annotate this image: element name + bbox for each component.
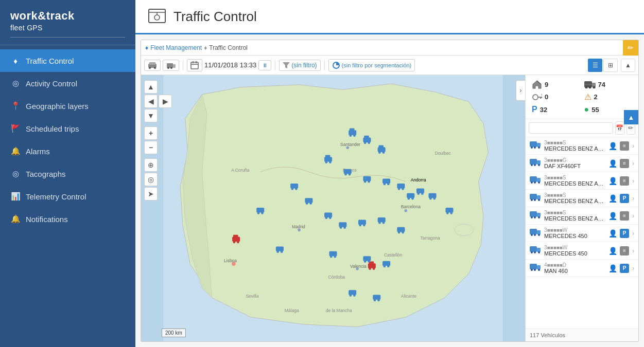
svg-rect-144: [530, 141, 537, 147]
stat-key: ✕ 0: [530, 90, 582, 103]
list-view-btn[interactable]: ☰: [588, 59, 602, 72]
svg-rect-88: [305, 198, 312, 203]
sidebar-item-activity-control[interactable]: ◎ Activity Control: [0, 72, 135, 95]
segment-label: (sin filtro por segmentación): [342, 62, 412, 68]
nav-down-btn[interactable]: ▼: [144, 109, 158, 122]
vehicle-expand-arrow[interactable]: ›: [632, 212, 634, 220]
location-btn[interactable]: ◎: [144, 173, 158, 186]
svg-point-90: [309, 202, 312, 205]
collapse-panel-btn[interactable]: ▲: [621, 59, 635, 72]
vehicle-expand-arrow[interactable]: ›: [632, 247, 634, 254]
vehicle-info: 3■■■■■SMERCEDES BENZ ACTROS: [544, 175, 605, 187]
vehicle-expand-arrow[interactable]: ›: [632, 265, 634, 272]
target-btn[interactable]: ⊕: [144, 158, 158, 172]
pause-btn[interactable]: ⏸: [258, 60, 271, 70]
toolbar-vehicle-btn[interactable]: [144, 60, 161, 71]
vehicle-id: 3■■■■■S: [544, 210, 605, 215]
vehicle-list-item[interactable]: 3■■■■■WMERCEDES 450👤P›: [526, 225, 638, 242]
nav-left-btn[interactable]: ◀: [144, 95, 158, 108]
search-calendar-btn[interactable]: 📅: [615, 121, 624, 135]
panel-toggle-button[interactable]: ›: [516, 80, 525, 101]
driver-icon: 👤: [608, 212, 617, 220]
svg-text:Alicante: Alicante: [401, 294, 416, 299]
vehicle-search-toolbar: 📅 ✏: [526, 119, 638, 137]
sidebar-item-geographic-layers[interactable]: 📍 Geographic layers: [0, 95, 135, 117]
vehicle-expand-arrow[interactable]: ›: [632, 230, 634, 237]
nav-up-btn[interactable]: ▲: [144, 80, 158, 94]
filter-btn[interactable]: (sin filtro): [279, 60, 320, 71]
svg-point-53: [325, 161, 327, 163]
view-buttons: ☰ ⊞: [588, 59, 618, 72]
sidebar-item-alarms[interactable]: 🔔 Alarms: [0, 140, 135, 162]
map-svg: Lisboa Santander Madrid Barcelona Valenc…: [141, 75, 525, 341]
svg-point-5: [154, 67, 156, 69]
svg-rect-85: [290, 184, 298, 188]
vehicle-list-item[interactable]: 3■■■■■SMERCEDES BENZ ACTROS 450👤P›: [526, 190, 638, 207]
svg-point-65: [398, 188, 401, 190]
svg-point-163: [538, 199, 540, 201]
arrow-btn[interactable]: ➤: [144, 187, 158, 200]
toolbar-truck-btn[interactable]: [163, 60, 179, 71]
svg-rect-180: [537, 265, 541, 269]
vehicle-expand-arrow[interactable]: ›: [632, 195, 634, 202]
vehicle-list-item[interactable]: 3■■■■■SMERCEDES BENZ ACTROS 450👤≡›: [526, 207, 638, 225]
sidebar-item-traffic-control[interactable]: ♦ Traffic Control: [0, 49, 135, 72]
calendar-btn[interactable]: [187, 59, 202, 71]
edit-button[interactable]: ✏: [623, 40, 638, 56]
vehicle-count-footer: 117 Vehículos: [526, 328, 638, 341]
sidebar-item-label: Tacographs: [26, 170, 66, 178]
svg-point-79: [369, 267, 371, 270]
grid-view-btn[interactable]: ⊞: [603, 59, 618, 72]
zoom-in-btn[interactable]: +: [144, 126, 158, 140]
geographic-layers-icon: 📍: [10, 101, 21, 111]
vehicle-expand-arrow[interactable]: ›: [632, 142, 634, 150]
vehicle-list-item[interactable]: 3■■■■■WMERCEDES 450👤≡›: [526, 242, 638, 260]
sidebar-item-scheduled-trips[interactable]: 🚩 Scheduled trips: [0, 117, 135, 140]
sidebar-item-telemetry-control[interactable]: 📊 Telemetry Control: [0, 185, 135, 208]
scale-label: 200 km: [165, 330, 182, 336]
sidebar-item-tacographs[interactable]: ◎ Tacographs: [0, 162, 135, 185]
svg-rect-118: [373, 295, 380, 300]
vehicle-list-item[interactable]: 3■■■■■GDAF XF460FT👤≡›: [526, 155, 638, 172]
breadcrumb-fleet-link[interactable]: Fleet Management: [150, 44, 202, 51]
svg-point-54: [329, 161, 332, 163]
svg-point-101: [378, 222, 381, 224]
vehicle-list-item[interactable]: 3■■■■■SMERCEDES BENZ ACTROS 450👤≡›: [526, 137, 638, 155]
nav-right-btn[interactable]: ▶: [159, 95, 172, 108]
vehicle-status-badge: ≡: [620, 141, 629, 151]
right-panel-collapse-btn[interactable]: ▲: [624, 110, 638, 124]
vehicle-expand-arrow[interactable]: ›: [632, 177, 634, 185]
svg-rect-109: [363, 256, 371, 261]
svg-point-46: [368, 142, 370, 144]
segment-btn[interactable]: (sin filtro por segmentación): [328, 59, 415, 71]
zoom-out-btn[interactable]: −: [144, 141, 158, 154]
svg-rect-130: [429, 193, 437, 198]
svg-text:✕: ✕: [541, 93, 542, 97]
svg-rect-174: [530, 246, 537, 252]
svg-point-95: [340, 226, 342, 229]
svg-text:Valencia: Valencia: [350, 264, 367, 269]
svg-point-158: [538, 181, 540, 184]
vehicle-expand-arrow[interactable]: ›: [632, 160, 634, 167]
svg-point-110: [364, 260, 367, 263]
vehicle-truck-icon: [530, 263, 541, 273]
vehicle-id: 3■■■■■S: [544, 192, 605, 198]
vehicle-list-item[interactable]: 4■■■■■DMAN 460👤P›: [526, 260, 638, 277]
svg-point-4: [149, 67, 151, 69]
calendar-icon: [190, 61, 199, 69]
sidebar-item-notifications[interactable]: 🔔 Notifications: [0, 208, 135, 230]
vehicle-search-input[interactable]: [529, 122, 613, 134]
svg-rect-40: [350, 129, 354, 132]
online-icon: ●: [584, 105, 589, 114]
svg-point-123: [261, 212, 264, 214]
stat-parking: P 32: [530, 103, 582, 116]
vehicle-list-item[interactable]: 3■■■■■SMERCEDES BENZ ACTROS👤≡›: [526, 172, 638, 190]
toolbar-date: 11/01/2018 13:33: [204, 61, 256, 69]
svg-point-117: [353, 294, 356, 297]
svg-point-172: [534, 234, 536, 236]
map-panel: ✏ ♦ Fleet Management ♦ Traffic Control: [141, 40, 639, 342]
svg-rect-164: [530, 211, 537, 217]
sidebar-item-label: Telemetry Control: [26, 192, 86, 201]
svg-text:Málaga: Málaga: [285, 308, 299, 313]
vehicle-id: 4■■■■■D: [544, 262, 605, 268]
